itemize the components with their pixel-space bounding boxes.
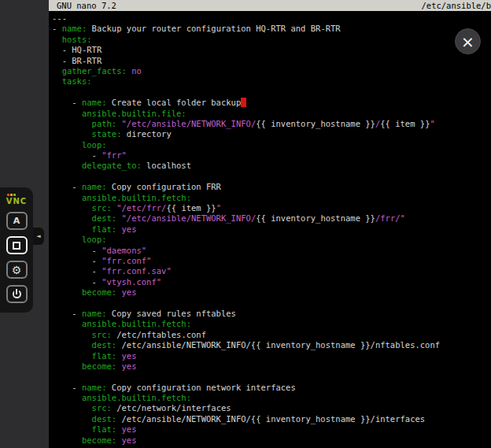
editor-line: [52, 172, 491, 182]
editor-line: become: yes: [52, 435, 491, 446]
editor-line: path: "/etc/ansible/NETWORK_INFO/{{ inve…: [52, 119, 491, 129]
editor-line: - name: Copy saved rules nftables: [52, 309, 491, 319]
editor-line: src: /etc/network/interfaces: [52, 403, 491, 413]
editor-line: - name: Create local folder backup: [52, 98, 491, 108]
editor-line: - "frr.conf.sav": [52, 266, 491, 276]
nano-file-path: /etc/ansible/b: [421, 0, 491, 11]
editor-content: ---- name: Backup your router configurat…: [49, 11, 491, 446]
editor-line: [52, 87, 491, 98]
editor-line: delegate_to: localhost: [52, 161, 491, 171]
editor-line: [52, 372, 491, 382]
editor-line: dest: /etc/ansible/NETWORK_INFO/{{ inven…: [52, 340, 491, 350]
editor-line: flat: yes: [52, 224, 491, 235]
terminal-window[interactable]: GNU nano 7.2 /etc/ansible/b ---- name: B…: [49, 0, 491, 448]
editor-line: - "frr": [52, 150, 491, 161]
gear-icon: ⚙: [12, 265, 22, 276]
editor-line: flat: yes: [52, 424, 491, 435]
editor-line: - HQ-RTR: [52, 45, 491, 55]
editor-line: - name: Copy configuration FRR: [52, 182, 491, 192]
editor-line: loop:: [52, 235, 491, 245]
vnc-control-bar: VNC A⚙: [0, 187, 33, 313]
vnc-logo-pixels: [7, 194, 16, 196]
editor-line: dest: /etc/ansible/NETWORK_INFO/{{ inven…: [52, 414, 491, 424]
nano-app-title: GNU nano 7.2: [57, 0, 116, 11]
editor-line: ansible.builtin.fetch:: [52, 193, 491, 203]
close-icon: ×: [461, 34, 474, 50]
power-button[interactable]: [6, 285, 28, 303]
collapse-arrow-icon: ◄: [36, 233, 40, 239]
editor-line: ansible.builtin.fetch:: [52, 393, 491, 403]
editor-line: flat: yes: [52, 351, 491, 361]
keyboard-icon: A: [13, 217, 20, 225]
editor-line: tasks:: [52, 76, 491, 87]
settings-button[interactable]: ⚙: [6, 261, 28, 279]
close-button[interactable]: ×: [455, 28, 481, 54]
editor-line: - BR-RTR: [52, 56, 491, 66]
nano-titlebar: GNU nano 7.2 /etc/ansible/b: [49, 0, 491, 11]
vnc-logo-text: VNC: [6, 198, 27, 205]
editor-line: ---: [52, 13, 491, 24]
editor-line: - "vtysh.conf": [52, 277, 491, 287]
vnc-button-group: A⚙: [6, 212, 28, 303]
editor-line: src: /etc/nftables.conf: [52, 330, 491, 340]
editor-line: become: yes: [52, 361, 491, 372]
desktop-screen: VNC A⚙ ◄ GNU nano 7.2 /etc/ansible/b ---…: [0, 0, 491, 448]
editor-line: - "frr.conf": [52, 256, 491, 266]
vnc-bar-handle[interactable]: ◄: [33, 228, 44, 245]
editor-line: [52, 298, 491, 309]
power-icon: [13, 290, 21, 298]
editor-line: - name: Copy configuration network inter…: [52, 383, 491, 393]
fullscreen-icon: [13, 242, 20, 250]
editor-line: loop:: [52, 140, 491, 150]
vnc-logo: VNC: [6, 194, 27, 205]
editor-line: dest: "/etc/ansible/NETWORK_INFO/{{ inve…: [52, 213, 491, 224]
editor-line: state: directory: [52, 129, 491, 139]
fullscreen-button[interactable]: [6, 236, 28, 254]
keyboard-button[interactable]: A: [6, 212, 28, 230]
editor-line: ansible.builtin.fetch:: [52, 319, 491, 329]
editor-line: hosts:: [52, 35, 491, 45]
editor-line: become: yes: [52, 287, 491, 298]
editor-line: - "daemons": [52, 246, 491, 256]
editor-line: - name: Backup your router configuration…: [52, 24, 491, 34]
editor-line: src: "/etc/frr/{{ item }}": [52, 203, 491, 213]
editor-line: ansible.builtin.file:: [52, 109, 491, 119]
editor-line: gather_facts: no: [52, 66, 491, 76]
